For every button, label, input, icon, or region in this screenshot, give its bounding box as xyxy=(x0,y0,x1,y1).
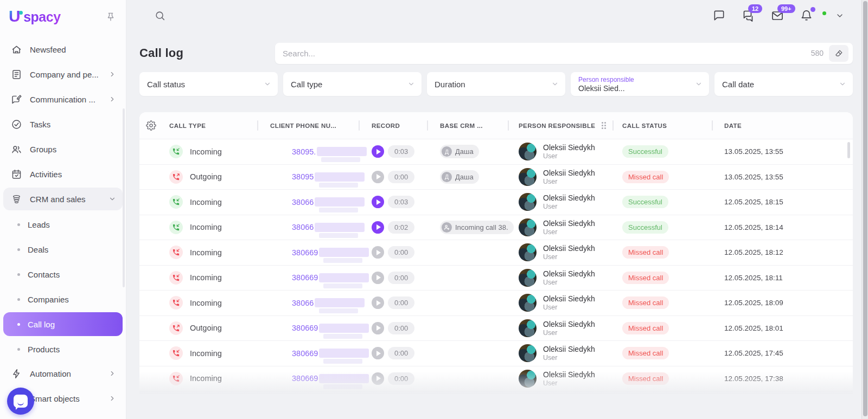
person-role: User xyxy=(543,228,595,236)
uspacy-logo[interactable]: Uspacy xyxy=(9,9,61,25)
sidebar-item-automation[interactable]: Automation xyxy=(3,362,123,385)
play-recording-button[interactable] xyxy=(372,347,384,359)
phone-number-link[interactable]: 380669 xyxy=(292,273,369,282)
play-recording-button[interactable] xyxy=(372,145,384,158)
crm-chip[interactable]: Д Даша xyxy=(440,170,479,184)
chevron-down-icon xyxy=(695,80,703,88)
play-recording-button[interactable] xyxy=(372,246,384,259)
call-direction-icon xyxy=(169,246,183,259)
table-row[interactable]: Incoming 380669 0:00 Oleksii Siedykh Use… xyxy=(139,341,853,366)
column-header-base-crm[interactable]: BASE CRM ... xyxy=(427,112,508,139)
filter-call-status[interactable]: Call status xyxy=(139,72,278,96)
phone-number-link[interactable]: 380669 xyxy=(292,374,369,383)
play-recording-button[interactable] xyxy=(372,296,384,309)
table-scrollbar-thumb[interactable] xyxy=(847,142,850,158)
pin-sidebar-icon[interactable] xyxy=(105,11,116,22)
mail-icon[interactable]: 99+ xyxy=(771,9,784,22)
table-row[interactable]: Incoming 38066 0:02 Incoming call 38. Ol… xyxy=(139,215,853,241)
sidebar-item-groups[interactable]: Groups xyxy=(3,138,123,160)
sidebar-item-contacts[interactable]: Contacts xyxy=(3,262,123,286)
person-name: Oleksii Siedykh xyxy=(543,244,595,253)
table-row[interactable]: Outgoing 38095 0:00 Д Даша Oleksii Siedy… xyxy=(139,165,853,190)
column-header-client-phone[interactable]: CLIENT PHONE NU... xyxy=(257,112,359,139)
crm-chip[interactable]: Д Даша xyxy=(440,145,479,158)
bullet-icon xyxy=(17,273,20,276)
phone-number-link[interactable]: 380669 xyxy=(292,349,369,358)
global-search-icon[interactable] xyxy=(154,10,166,22)
sidebar-scrollbar[interactable] xyxy=(123,108,125,287)
phone-number-link[interactable]: 380669 xyxy=(292,324,369,333)
filter-call-date[interactable]: Call date xyxy=(714,72,853,96)
person-avatar xyxy=(519,294,537,312)
filter-bar: Call status Call type Duration Person re… xyxy=(139,72,853,96)
phone-number-link[interactable]: 380669 xyxy=(292,248,369,257)
table-row[interactable]: Incoming 38095. 0:03 Д Даша Oleksii Sied… xyxy=(139,139,853,165)
filter-call-type[interactable]: Call type xyxy=(283,72,422,96)
page-scrollbar-thumb[interactable] xyxy=(863,1,867,416)
play-recording-button[interactable] xyxy=(372,221,384,234)
table-row[interactable]: Incoming 380669 0:00 Oleksii Siedykh Use… xyxy=(139,240,853,266)
profile-menu-chevron-icon[interactable] xyxy=(835,11,844,20)
play-icon xyxy=(376,376,381,381)
call-duration: 0:00 xyxy=(388,296,414,309)
column-header-date[interactable]: DATE xyxy=(712,112,853,139)
column-header-record[interactable]: RECORD xyxy=(359,112,427,139)
sidebar-item-activities[interactable]: Activities xyxy=(3,163,123,185)
clear-search-button[interactable] xyxy=(829,45,848,62)
phone-number-link[interactable]: 38095 xyxy=(292,172,365,182)
phone-number-link[interactable]: 38095. xyxy=(292,147,367,156)
column-header-call-type[interactable]: CALL TYPE xyxy=(162,112,257,139)
play-recording-button[interactable] xyxy=(372,171,384,183)
crm-chip[interactable]: Incoming call 38. xyxy=(440,221,514,234)
page-scrollbar[interactable] xyxy=(861,0,868,419)
sidebar-item-deals[interactable]: Deals xyxy=(3,237,123,261)
phone-number-link[interactable]: 38066 xyxy=(292,223,365,232)
sidebar-item-products[interactable]: Products xyxy=(3,337,123,361)
column-header-call-status[interactable]: CALL STATUS xyxy=(612,112,712,139)
table-row[interactable]: Incoming 380669 0:00 Oleksii Siedykh Use… xyxy=(139,391,853,394)
phone-number-link[interactable]: 38066 xyxy=(292,197,365,207)
column-header-person-responsible[interactable]: PERSON RESPONSIBLE xyxy=(508,112,612,139)
chevron-down-icon xyxy=(839,80,846,88)
call-status-badge: Missed call xyxy=(622,246,669,259)
call-date: 12.05.2025, 18:12 xyxy=(712,248,853,256)
call-duration: 0:03 xyxy=(388,196,414,208)
table-row[interactable]: Incoming 380669 0:00 Oleksii Siedykh Use… xyxy=(139,266,853,291)
call-type-label: Incoming xyxy=(190,273,222,282)
call-status-badge: Missed call xyxy=(622,322,669,334)
redacted-number-blur xyxy=(317,147,367,156)
table-row[interactable]: Incoming 380669 0:00 Oleksii Siedykh Use… xyxy=(139,366,853,392)
sidebar-item-companies[interactable]: Companies xyxy=(3,287,123,311)
search-input[interactable] xyxy=(283,49,811,58)
phone-number-link[interactable]: 38066 xyxy=(292,298,365,307)
sidebar-item-newsfeed[interactable]: Newsfeed xyxy=(3,38,123,61)
column-drag-handle[interactable] xyxy=(602,122,606,129)
table-row[interactable]: Incoming 38066 0:00 Oleksii Siedykh User… xyxy=(139,291,853,316)
sidebar-item-leads[interactable]: Leads xyxy=(3,212,123,236)
table-row[interactable]: Outgoing 380669 0:00 Oleksii Siedykh Use… xyxy=(139,316,853,341)
filter-person-responsible[interactable]: Person responsible Oleksii Sied... xyxy=(571,72,709,96)
sidebar-item-call-log[interactable]: Call log xyxy=(3,312,123,336)
play-icon xyxy=(376,300,381,306)
person-avatar xyxy=(519,193,537,211)
support-chat-button[interactable] xyxy=(7,388,34,415)
call-type-label: Incoming xyxy=(190,223,222,231)
notifications-bell-icon[interactable] xyxy=(800,9,813,22)
sidebar-item-company-and-people[interactable]: Company and pe... xyxy=(3,63,123,86)
table-row[interactable]: Incoming 38066 0:03 Oleksii Siedykh User… xyxy=(139,190,853,215)
sidebar-item-tasks[interactable]: Tasks xyxy=(3,113,123,136)
play-recording-button[interactable] xyxy=(372,372,384,385)
gear-icon xyxy=(146,120,156,131)
call-log-table: CALL TYPE CLIENT PHONE NU... RECORD BASE… xyxy=(139,112,853,394)
comments-icon[interactable] xyxy=(713,9,725,22)
play-recording-button[interactable] xyxy=(372,322,384,334)
play-recording-button[interactable] xyxy=(372,196,384,208)
call-type-label: Incoming xyxy=(190,349,222,358)
sidebar-item-communication[interactable]: Communication ... xyxy=(3,88,123,111)
chats-icon[interactable]: 12 xyxy=(742,9,755,22)
play-recording-button[interactable] xyxy=(372,272,384,284)
redacted-number-blur xyxy=(315,197,365,207)
filter-duration[interactable]: Duration xyxy=(427,72,565,96)
sidebar-item-crm-and-sales[interactable]: CRM and sales xyxy=(3,188,123,210)
table-settings-button[interactable] xyxy=(139,112,162,139)
